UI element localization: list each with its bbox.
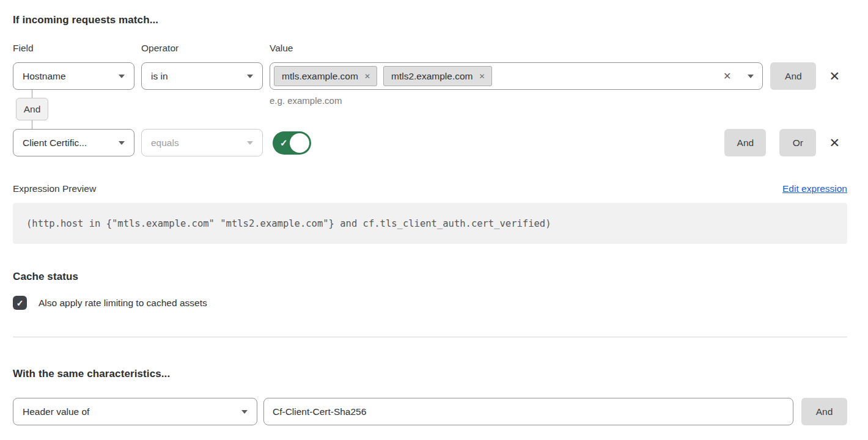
add-characteristic-button[interactable]: And — [801, 398, 847, 425]
cached-assets-checkbox-label: Also apply rate limiting to cached asset… — [39, 298, 207, 309]
characteristic-select-value: Header value of — [23, 406, 89, 417]
chevron-down-icon[interactable] — [748, 75, 754, 78]
cached-assets-checkbox[interactable]: ✓ — [13, 296, 27, 310]
remove-condition-icon[interactable]: ✕ — [829, 70, 840, 82]
value-tag-label: mtls2.example.com — [391, 71, 473, 82]
value-hint-text: e.g. example.com — [270, 95, 342, 106]
header-name-input[interactable] — [263, 398, 793, 425]
add-and-condition-button[interactable]: And — [724, 129, 766, 156]
add-or-condition-button[interactable]: Or — [779, 129, 816, 156]
characteristic-select[interactable]: Header value of — [13, 398, 257, 425]
match-section-title: If incoming requests match... — [13, 14, 847, 26]
value-toggle-switch[interactable]: ✓ — [273, 131, 311, 155]
characteristics-title: With the same characteristics... — [13, 368, 847, 380]
operator-select-2: equals — [141, 129, 263, 156]
operator-select-1-value: is in — [151, 71, 168, 82]
toggle-knob — [290, 133, 309, 153]
expression-code: (http.host in {"mtls.example.com" "mtls2… — [13, 203, 847, 244]
field-select-2[interactable]: Client Certific... — [13, 129, 134, 156]
expression-preview-label: Expression Preview — [13, 183, 96, 194]
field-select-1-value: Hostname — [23, 71, 66, 82]
operator-column-label: Operator — [141, 43, 270, 54]
condition-row-2: Client Certific... equals ✓ And Or ✕ — [13, 129, 847, 156]
check-icon: ✓ — [280, 138, 288, 148]
condition-row-1: Hostname is in mtls.example.com ✕ mtls2.… — [13, 62, 847, 90]
and-connector-button[interactable]: And — [16, 98, 48, 120]
clear-values-icon[interactable]: ✕ — [723, 72, 731, 81]
check-icon: ✓ — [17, 298, 24, 308]
chevron-down-icon — [119, 141, 125, 145]
edit-expression-link[interactable]: Edit expression — [782, 183, 847, 194]
row-connector-area: And e.g. example.com — [13, 90, 847, 129]
value-tag: mtls2.example.com ✕ — [383, 66, 492, 86]
section-divider — [13, 337, 847, 337]
operator-select-1[interactable]: is in — [141, 62, 263, 90]
value-column-label: Value — [270, 43, 847, 54]
value-tag: mtls.example.com ✕ — [274, 66, 377, 86]
value-multiselect[interactable]: mtls.example.com ✕ mtls2.example.com ✕ ✕ — [270, 62, 763, 90]
expression-preview-header: Expression Preview Edit expression — [13, 183, 847, 194]
tag-remove-icon[interactable]: ✕ — [479, 73, 485, 80]
rule-builder: If incoming requests match... Field Oper… — [0, 0, 868, 425]
characteristics-row: Header value of And — [13, 398, 847, 425]
tag-remove-icon[interactable]: ✕ — [364, 73, 370, 80]
operator-select-2-value: equals — [151, 138, 179, 148]
field-select-2-value: Client Certific... — [23, 138, 87, 148]
chevron-down-icon — [247, 141, 253, 145]
add-and-condition-button[interactable]: And — [770, 62, 816, 90]
value-tag-label: mtls.example.com — [282, 71, 358, 82]
chevron-down-icon — [241, 410, 248, 414]
field-column-label: Field — [13, 43, 141, 54]
cache-checkbox-row: ✓ Also apply rate limiting to cached ass… — [13, 296, 847, 310]
chevron-down-icon — [119, 75, 125, 78]
remove-condition-icon[interactable]: ✕ — [829, 136, 840, 149]
value-tag-list: mtls.example.com ✕ mtls2.example.com ✕ — [274, 66, 723, 86]
chevron-down-icon — [247, 75, 253, 78]
column-labels: Field Operator Value — [13, 43, 847, 54]
cache-status-title: Cache status — [13, 271, 847, 283]
field-select-1[interactable]: Hostname — [13, 62, 134, 90]
